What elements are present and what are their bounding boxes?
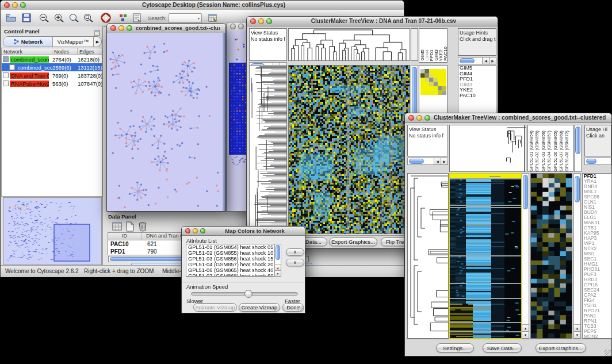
scroll-right-icon[interactable]: ▶: [441, 158, 447, 164]
animate-vizmap-button[interactable]: Animate Vizmap: [193, 303, 237, 312]
slider-thumb[interactable]: [244, 290, 253, 298]
resize-grip[interactable]: [605, 350, 611, 356]
column-label[interactable]: GPL51-08 (GSM872): [565, 131, 571, 171]
close-icon[interactable]: [185, 228, 190, 233]
network-graph-canvas[interactable]: [107, 33, 223, 211]
search-input[interactable]: ▼: [169, 13, 202, 23]
tab-vizmapper[interactable]: VizMapper™: [53, 37, 93, 47]
minimize-icon[interactable]: [238, 24, 244, 29]
attribute-list-item[interactable]: GPL51-02 (GSM855) heat shock 10 min: [186, 250, 281, 256]
column-label[interactable]: GPL51-02 (GSM855): [535, 131, 541, 171]
minimize-icon[interactable]: [12, 2, 18, 8]
gene-label[interactable]: PHO81: [583, 267, 611, 272]
gene-label[interactable]: GTB1: [583, 225, 611, 231]
search-combo-arrow-icon[interactable]: ▼: [197, 17, 201, 20]
row-dendrogram-canvas[interactable]: [408, 174, 448, 338]
gene-label[interactable]: VIP1: [583, 241, 611, 246]
zoom-icon[interactable]: [424, 115, 430, 121]
gene-label[interactable]: YSH1: [583, 303, 611, 308]
attribute-list-vscrollbar[interactable]: ▲ ▼: [274, 244, 281, 277]
open-icon[interactable]: [5, 13, 17, 25]
gene-label[interactable]: FIG4: [583, 298, 611, 303]
column-labels-vscrollbar[interactable]: [574, 125, 582, 172]
zoom-fit-icon[interactable]: [68, 13, 80, 25]
scroll-right-icon[interactable]: ▶: [489, 58, 496, 64]
column-label[interactable]: GPL51-04 (GSM857): [547, 131, 553, 171]
col-nodes[interactable]: Nodes: [52, 48, 78, 55]
zoom-selected-icon[interactable]: [83, 13, 94, 25]
save-icon[interactable]: [21, 13, 32, 25]
close-icon[interactable]: [230, 24, 236, 29]
gene-label[interactable]: CPA2: [583, 293, 611, 298]
gene-label[interactable]: PEP5: [583, 329, 611, 334]
dialog-titlebar[interactable]: Map Colors to Network: [182, 227, 305, 236]
scroll-down-icon[interactable]: ▼: [574, 331, 580, 338]
move-up-button[interactable]: ∧: [286, 248, 304, 256]
network-overview-birdseye[interactable]: [3, 197, 102, 265]
attribute-list-item[interactable]: GPL51-04 (GSM857) heat shock 20 min: [186, 262, 281, 267]
column-label[interactable]: PAC10: [443, 47, 447, 61]
network-table-row[interactable]: DNA and Tran 07 769(0) 183728(0): [2, 71, 102, 79]
main-titlebar[interactable]: Cytoscape Desktop (Session Name: collins…: [1, 1, 404, 10]
column-dendrogram-canvas[interactable]: [289, 29, 410, 60]
close-icon[interactable]: [110, 25, 116, 31]
minimize-icon[interactable]: [193, 228, 198, 233]
minimize-icon[interactable]: [416, 115, 422, 121]
gene-label[interactable]: GPI16: [583, 282, 611, 288]
settings-button[interactable]: Settings...: [436, 343, 474, 352]
gene-label[interactable]: KAP95: [583, 231, 611, 236]
network-table-row[interactable]: combined_scores 2764(0) 16218(0): [2, 55, 102, 63]
attribute-list-item[interactable]: GPL51-06 (GSM865) heat shock 40 min: [186, 267, 281, 273]
network-table-row[interactable]: combined_sco 2569(6) 13112(15): [2, 63, 102, 71]
zoom-icon[interactable]: [127, 25, 132, 31]
resize-grip[interactable]: [298, 306, 304, 312]
gene-label[interactable]: NIS1: [583, 205, 611, 210]
gene-label[interactable]: HRD3: [583, 277, 611, 282]
attribute-list[interactable]: GPL51-01 (GSM854) heat shock 05 minGPL51…: [186, 244, 281, 277]
row-label[interactable]: PAC10: [458, 93, 496, 99]
minimize-icon[interactable]: [258, 18, 264, 24]
zoom-icon[interactable]: [200, 228, 205, 233]
gene-label[interactable]: SPC98: [583, 194, 611, 200]
gene-label[interactable]: MSL1: [583, 189, 611, 194]
scroll-left-icon[interactable]: ◀: [482, 58, 489, 64]
gene-label[interactable]: RPN1: [583, 319, 611, 324]
gene-label[interactable]: ELG1: [583, 215, 611, 220]
heatmap-vscrollbar[interactable]: ▲ ▼: [522, 173, 529, 339]
tab-overflow-icon[interactable]: ▶: [93, 37, 101, 47]
zoom-heatmap-canvas[interactable]: [531, 174, 572, 338]
column-dendrogram-canvas[interactable]: [450, 125, 526, 171]
zoom-in-icon[interactable]: [53, 13, 65, 25]
zoom-icon[interactable]: [20, 2, 26, 8]
close-icon[interactable]: [250, 18, 256, 24]
network-window-titlebar[interactable]: combined_scores_good.txt--cluste...: [107, 24, 225, 33]
scroll-down-icon[interactable]: ▼: [522, 331, 529, 338]
view-status-hscrollbar[interactable]: ◀ ▶: [407, 158, 448, 165]
gene-label[interactable]: PAN1: [583, 313, 611, 319]
gene-label[interactable]: HMG1: [583, 262, 611, 267]
scroll-left-icon[interactable]: ◀: [434, 158, 441, 164]
gene-label[interactable]: YRA1: [583, 179, 611, 184]
gene-label[interactable]: BUD4: [583, 210, 611, 215]
scroll-up-icon[interactable]: ▲: [522, 324, 529, 331]
treeview2-titlebar[interactable]: ClusterMaker TreeView : combined_scores_…: [405, 113, 611, 123]
gene-label[interactable]: RPO21: [583, 308, 611, 313]
gene-label[interactable]: TCB3: [583, 324, 611, 329]
tab-network[interactable]: Network: [3, 37, 53, 47]
zoom-icon[interactable]: [266, 18, 272, 24]
export-graphics-button[interactable]: Export Graphics...: [536, 343, 586, 352]
col-network[interactable]: Network: [2, 48, 52, 55]
create-vizmap-button[interactable]: Create Vizmap: [239, 303, 280, 312]
gene-label[interactable]: RNR4: [583, 184, 611, 189]
id-column-header[interactable]: ID: [108, 233, 141, 240]
column-label[interactable]: GPL51-06 (GSM865): [553, 131, 559, 171]
row-dendrogram-canvas[interactable]: [250, 66, 286, 233]
attribute-list-item[interactable]: GPL51-01 (GSM854) heat shock 05 min: [186, 244, 281, 250]
minimize-icon[interactable]: [118, 25, 124, 31]
attribute-list-item[interactable]: GPL51-07 (GSM868) heat shock 60 min: [186, 273, 281, 277]
scroll-up-icon[interactable]: ▲: [574, 324, 580, 331]
global-heatmap-canvas[interactable]: [450, 174, 521, 338]
usage-hints-hscrollbar[interactable]: ◀ ▶: [458, 57, 496, 64]
gene-label[interactable]: HAP3: [583, 236, 611, 241]
close-icon[interactable]: [4, 2, 10, 8]
